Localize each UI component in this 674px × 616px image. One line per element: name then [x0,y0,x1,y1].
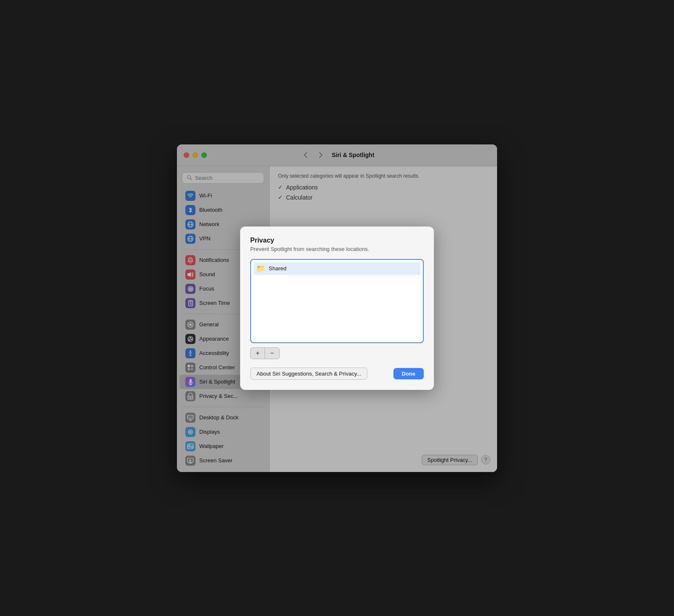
modal-overlay: Privacy Prevent Spotlight from searching… [177,144,497,472]
main-window: Siri & Spotlight [177,144,497,472]
list-item-shared: 📁 Shared [254,262,420,275]
remove-location-button[interactable]: − [265,347,279,359]
add-location-button[interactable]: + [250,347,265,359]
modal-subtitle: Prevent Spotlight from searching these l… [250,246,424,252]
done-button[interactable]: Done [393,368,424,379]
modal-footer: About Siri Suggestions, Search & Privacy… [250,368,424,380]
privacy-modal: Privacy Prevent Spotlight from searching… [240,227,434,390]
modal-title: Privacy [250,237,424,244]
modal-list: 📁 Shared [250,259,424,343]
folder-icon: 📁 [256,264,265,273]
add-remove-buttons: + − [250,347,424,359]
shared-label: Shared [269,265,286,272]
about-siri-button[interactable]: About Siri Suggestions, Search & Privacy… [250,368,367,380]
